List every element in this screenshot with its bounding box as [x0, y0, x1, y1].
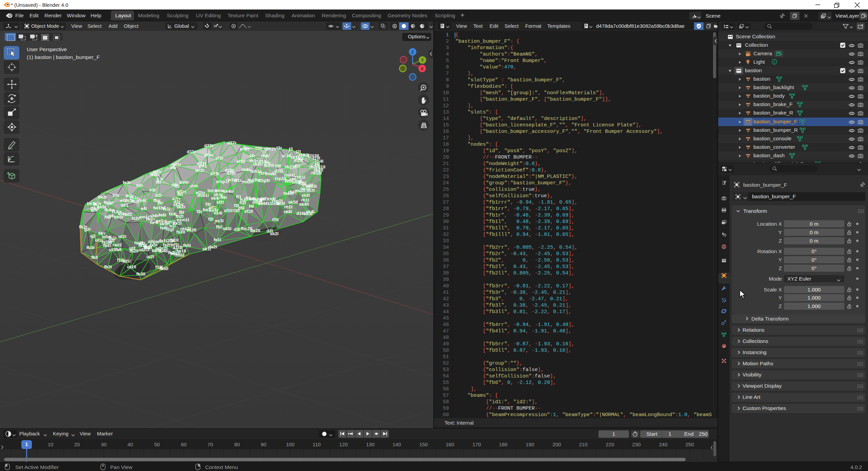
- svg-text:rb4r: rb4r: [261, 153, 270, 158]
- svg-text:d2g3r: d2g3r: [258, 178, 270, 183]
- svg-text:sr3ll: sr3ll: [282, 153, 291, 158]
- svg-text:fx4r: fx4r: [138, 198, 146, 203]
- svg-text:h4: h4: [106, 201, 112, 206]
- svg-text:w1r: w1r: [234, 178, 241, 183]
- svg-text:d11r: d11r: [187, 149, 196, 154]
- svg-text:d22r: d22r: [204, 143, 213, 148]
- svg-text:sk5ll: sk5ll: [288, 200, 298, 205]
- svg-text:rad1: rad1: [123, 212, 132, 217]
- svg-text:rb1lll: rb1lll: [311, 170, 322, 176]
- svg-text:q2: q2: [90, 233, 95, 239]
- svg-text:dsh: dsh: [190, 183, 198, 188]
- svg-text:de2ll: de2ll: [250, 228, 260, 233]
- svg-text:dsb1l: dsb1l: [197, 193, 209, 198]
- svg-text:t3r: t3r: [276, 145, 282, 150]
- svg-text:rad2: rad2: [113, 242, 122, 247]
- svg-text:fb4ll: fb4ll: [159, 248, 168, 253]
- svg-text:sf1ll: sf1ll: [224, 208, 233, 213]
- svg-text:rb6r: rb6r: [242, 167, 250, 172]
- svg-text:fb3l: fb3l: [104, 264, 112, 269]
- svg-text:he2r: he2r: [98, 194, 107, 200]
- svg-text:de2l: de2l: [208, 244, 217, 249]
- svg-text:sf2l: sf2l: [216, 200, 224, 205]
- svg-text:fb6: fb6: [115, 247, 122, 252]
- svg-text:itk1: itk1: [121, 203, 128, 208]
- svg-text:fs1l: fs1l: [163, 206, 170, 211]
- svg-text:f2l: f2l: [208, 217, 213, 222]
- svg-text:bb5r: bb5r: [114, 214, 123, 220]
- svg-text:d27r: d27r: [227, 140, 236, 145]
- svg-text:X: X: [421, 66, 423, 71]
- svg-text:rb7l: rb7l: [307, 188, 315, 193]
- svg-text:h2r: h2r: [136, 183, 143, 188]
- svg-text:fb3r: fb3r: [86, 245, 95, 250]
- svg-text:fb1ll: fb1ll: [170, 238, 179, 243]
- svg-text:ba1: ba1: [203, 207, 210, 212]
- svg-text:d5l: d5l: [238, 205, 244, 210]
- svg-text:ex4l: ex4l: [214, 210, 222, 216]
- svg-text:b8l: b8l: [275, 163, 281, 168]
- svg-text:fe3r: fe3r: [123, 180, 131, 185]
- svg-text:fse2l: fse2l: [283, 191, 294, 196]
- svg-text:ex2ll: ex2ll: [186, 227, 196, 232]
- svg-text:sf3r: sf3r: [215, 156, 223, 161]
- svg-text:d25l: d25l: [294, 158, 303, 163]
- svg-text:f5r: f5r: [158, 200, 163, 205]
- svg-text:sf3rr: sf3rr: [204, 152, 214, 158]
- svg-text:ut1ll: ut1ll: [127, 264, 136, 269]
- svg-text:g3r: g3r: [91, 207, 98, 212]
- svg-text:fe6l: fe6l: [159, 212, 166, 218]
- svg-text:fb2t5: fb2t5: [264, 163, 274, 168]
- svg-text:ft2l: ft2l: [239, 200, 246, 205]
- svg-text:sr3rr: sr3rr: [240, 146, 250, 151]
- svg-text:fh5l: fh5l: [183, 243, 191, 248]
- svg-text:f1l: f1l: [174, 184, 179, 189]
- svg-text:fe1l: fe1l: [214, 237, 221, 242]
- svg-text:ex3l: ex3l: [215, 218, 223, 223]
- svg-text:h8: h8: [104, 214, 110, 220]
- svg-text:fb3: fb3: [91, 255, 98, 260]
- svg-text:g2r: g2r: [84, 227, 91, 232]
- svg-text:t2lt3lr: t2lt3lr: [264, 146, 276, 151]
- svg-text:ut2l: ut2l: [146, 254, 154, 259]
- svg-text:sk4ll: sk4ll: [299, 202, 309, 207]
- svg-text:e4l: e4l: [141, 206, 147, 211]
- svg-text:rh1t: rh1t: [284, 204, 293, 209]
- svg-text:fm5l: fm5l: [276, 201, 285, 206]
- svg-text:f2r: f2r: [197, 209, 202, 214]
- svg-text:sk3l: sk3l: [304, 211, 312, 216]
- svg-text:Y: Y: [421, 58, 424, 63]
- svg-text:fb5ll: fb5ll: [159, 266, 169, 271]
- svg-text:fb2ll: fb2ll: [130, 248, 139, 253]
- svg-text:Z: Z: [411, 50, 414, 55]
- svg-text:ut2r: ut2r: [118, 234, 127, 239]
- svg-text:t1lr: t1lr: [255, 146, 262, 151]
- svg-text:sk5l: sk5l: [223, 226, 231, 231]
- svg-text:sk2r: sk2r: [176, 204, 185, 209]
- svg-text:wi1l: wi1l: [195, 168, 204, 173]
- svg-text:d19r: d19r: [210, 171, 219, 176]
- svg-text:t5l: t5l: [295, 163, 300, 168]
- svg-text:fl6r: fl6r: [220, 195, 227, 200]
- svg-text:ut2l3: ut2l3: [139, 247, 149, 252]
- svg-text:f4l: f4l: [249, 204, 254, 209]
- svg-text:e3r: e3r: [149, 187, 156, 192]
- svg-text:rb2rr: rb2rr: [253, 162, 263, 167]
- svg-text:dshr: dshr: [179, 180, 189, 185]
- svg-text:fx2ll: fx2ll: [176, 229, 185, 234]
- svg-text:f6r: f6r: [156, 180, 162, 185]
- svg-text:h3r: h3r: [113, 193, 119, 198]
- svg-text:fx2r: fx2r: [132, 216, 140, 221]
- svg-text:fx1r2: fx1r2: [102, 240, 112, 245]
- svg-text:t3: t3: [289, 146, 293, 151]
- svg-text:fw4l: fw4l: [150, 220, 158, 225]
- svg-text:t4r: t4r: [250, 153, 255, 158]
- svg-text:d28r: d28r: [226, 170, 236, 176]
- svg-text:rh3l: rh3l: [302, 193, 310, 198]
- svg-text:fx4l: fx4l: [169, 211, 176, 217]
- svg-text:fh3l2: fh3l2: [174, 252, 184, 258]
- svg-text:sk6l: sk6l: [283, 209, 292, 214]
- svg-text:d3l: d3l: [234, 227, 240, 232]
- svg-text:f1gl: f1gl: [166, 227, 174, 232]
- svg-text:d22l: d22l: [274, 168, 283, 173]
